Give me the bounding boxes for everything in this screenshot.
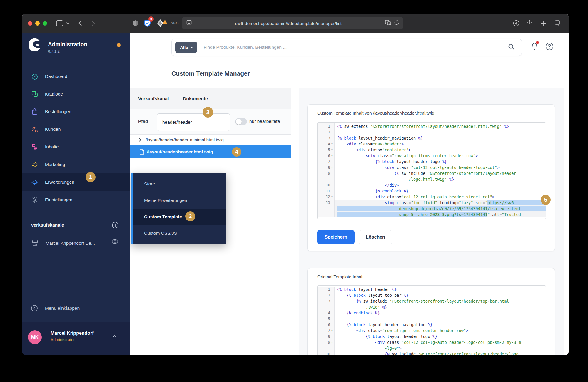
sidebar-item-marketing[interactable]: Marketing — [22, 156, 130, 173]
custom-template-line-7[interactable]: 7 {% block layout_header_logo %} — [318, 159, 546, 165]
code-text[interactable]: {% sw_extends '@Storefront/storefront/la… — [335, 123, 546, 129]
original-template-line-6[interactable]: 6 {% block layout_header_navigation %} — [318, 322, 546, 328]
translate-icon[interactable] — [385, 20, 391, 26]
template-file-collapsed[interactable]: /layout/header/header-minimal.html.twig — [130, 135, 291, 145]
custom-template-line-1[interactable]: 1{% sw_extends '@Storefront/storefront/l… — [318, 123, 546, 129]
url-bar[interactable]: sw6-demoshop.de/admin#/dne/template/mana… — [182, 17, 403, 29]
code-text[interactable]: <div class="col-12 col-lg-auto header-lo… — [335, 165, 546, 170]
new-tab-icon[interactable] — [541, 19, 546, 28]
sidebar-chevron-down-icon[interactable] — [66, 19, 70, 28]
fold-arrow-icon[interactable]: ▾ — [330, 165, 334, 170]
fold-arrow-icon[interactable]: ▾ — [330, 141, 334, 147]
custom-template-line-13[interactable]: 13 <img class="img-fluid" loading="lazy"… — [318, 200, 546, 217]
code-text[interactable]: <div class="row align-items-center heade… — [335, 153, 546, 159]
custom-template-line-3[interactable]: 3{% block layout_header_navigation %} — [318, 135, 546, 141]
code-text[interactable]: <div class="col-12 col-lg-auto header-lo… — [335, 339, 546, 351]
search-placeholder[interactable]: Finde Produkte, Kunden, Bestellungen ... — [204, 45, 508, 50]
fold-arrow-icon[interactable]: ▾ — [330, 147, 334, 153]
code-text[interactable]: <div class="row align-items-center heade… — [335, 328, 546, 334]
tab-overview-icon[interactable] — [554, 19, 560, 28]
code-text[interactable]: {% endblock %} — [335, 188, 546, 194]
custom-template-line-2[interactable]: 2 — [318, 129, 546, 135]
code-text[interactable]: {% sw_include '@Storefront/storefront/la… — [335, 170, 546, 182]
seo-extension-icon[interactable]: SEO — [171, 19, 179, 28]
custom-template-line-5[interactable]: 5▾ <div class="container"> — [318, 147, 546, 153]
delete-button[interactable]: Löschen — [359, 230, 392, 244]
code-text[interactable]: {% block layout_top_bar %} — [335, 292, 546, 298]
add-sales-channel-icon[interactable] — [112, 222, 119, 230]
custom-template-code-editor[interactable]: 1{% sw_extends '@Storefront/storefront/l… — [317, 122, 546, 219]
sidebar-item-kunden[interactable]: Kunden — [22, 120, 130, 138]
user-footer[interactable]: MK Marcel Krippendorf Administrator — [22, 322, 130, 355]
original-template-line-9[interactable]: 9▾ <div class="col-12 col-lg-auto header… — [318, 339, 546, 351]
code-text[interactable] — [335, 316, 546, 322]
help-icon[interactable] — [545, 42, 554, 52]
original-template-line-3[interactable]: 3 {% sw_include '@Storefront/storefront/… — [318, 298, 546, 310]
code-text[interactable]: {% block layout_header %} — [335, 286, 546, 292]
sidebar-item-inhalte[interactable]: Inhalte — [22, 138, 130, 156]
edited-only-toggle[interactable] — [235, 118, 247, 125]
sidebar-item-erweiterungen[interactable]: Erweiterungen — [22, 173, 130, 191]
code-text[interactable]: {% endblock %} — [335, 310, 546, 316]
share-icon[interactable] — [527, 19, 532, 28]
code-text[interactable]: <div class="container"> — [335, 147, 546, 153]
scroll-gutter[interactable] — [564, 88, 569, 355]
sidebar-item-kataloge[interactable]: Kataloge — [22, 85, 130, 103]
custom-template-line-4[interactable]: 4▾ <div class="nav-header"> — [318, 141, 546, 147]
notification-bell-icon[interactable] — [531, 42, 538, 52]
custom-template-line-11[interactable]: 11 {% endblock %} — [318, 188, 546, 194]
zoom-window-button[interactable] — [43, 21, 47, 26]
original-template-line-8[interactable]: 8 {% block layout_header_logo %} — [318, 334, 546, 339]
save-button[interactable]: Speichern — [317, 230, 355, 244]
downloads-icon[interactable] — [513, 19, 519, 28]
original-template-line-10[interactable]: 10 {% sw_include '@Storefront/storefront… — [318, 351, 546, 355]
reload-icon[interactable] — [394, 20, 399, 26]
original-template-line-7[interactable]: 7▾ <div class="row align-items-center he… — [318, 328, 546, 334]
original-template-line-1[interactable]: 1{% block layout_header %} — [318, 286, 546, 292]
original-template-line-4[interactable]: 4 {% endblock %} — [318, 310, 546, 316]
path-input[interactable]: header/header — [157, 113, 230, 131]
close-window-button[interactable] — [28, 21, 32, 26]
flyout-item-custom-css-js[interactable]: Custom CSS/JS — [133, 225, 226, 242]
custom-template-line-10[interactable]: 10 </div> — [318, 182, 546, 188]
custom-template-line-9[interactable]: 9 {% sw_include '@Storefront/storefront/… — [318, 170, 546, 182]
original-template-line-2[interactable]: 2 {% block layout_top_bar %} — [318, 292, 546, 298]
template-file-selected[interactable]: /layout/header/header.html.twig — [130, 145, 291, 158]
code-text[interactable]: <div class="nav-header"> — [335, 141, 546, 147]
sidebar-item-dashboard[interactable]: Dashboard — [22, 68, 130, 85]
fold-arrow-icon[interactable]: ▾ — [330, 328, 334, 334]
sidebar-toggle-icon[interactable] — [56, 19, 63, 28]
global-search[interactable]: Alle Finde Produkte, Kunden, Bestellunge… — [171, 39, 522, 56]
fold-arrow-icon[interactable]: ▾ — [330, 194, 334, 200]
shield-extension-icon[interactable] — [133, 19, 138, 28]
tab-dokumente[interactable]: Dokumente — [183, 96, 208, 101]
code-text[interactable] — [335, 129, 546, 135]
fold-arrow-icon[interactable]: ▾ — [330, 339, 334, 351]
code-text[interactable]: <div class="col-12 col-lg-auto header-si… — [335, 194, 546, 200]
sidebar-item-bestellungen[interactable]: Bestellungen — [22, 103, 130, 120]
search-icon[interactable] — [508, 43, 514, 51]
code-text[interactable]: {% block layout_header_logo %} — [335, 334, 546, 339]
flyout-item-meine-erweiterungen[interactable]: Meine Erweiterungen — [133, 192, 226, 209]
custom-template-line-8[interactable]: 8▾ <div class="col-12 col-lg-auto header… — [318, 165, 546, 170]
flyout-item-store[interactable]: Store — [133, 176, 226, 192]
fold-arrow-icon[interactable]: ▾ — [330, 153, 334, 159]
code-text[interactable]: {% sw_include '@Storefront/storefront/la… — [335, 351, 546, 355]
url-text[interactable]: sw6-demoshop.de/admin#/dne/template/mana… — [192, 21, 385, 26]
code-text[interactable]: <img class="img-fluid" loading="lazy" sr… — [335, 200, 546, 217]
search-scope-dropdown[interactable]: Alle — [175, 42, 197, 53]
back-button[interactable] — [78, 19, 82, 28]
custom-template-line-12[interactable]: 12▾ <div class="col-12 col-lg-auto heade… — [318, 194, 546, 200]
sidebar-item-einstellungen[interactable]: Einstellungen — [22, 191, 130, 209]
custom-template-line-6[interactable]: 6▾ <div class="row align-items-center he… — [318, 153, 546, 159]
original-template-line-5[interactable]: 5 — [318, 316, 546, 322]
forward-button[interactable] — [91, 19, 95, 28]
code-text[interactable]: {% block layout_header_logo %} — [335, 159, 546, 165]
collapse-menu-button[interactable]: Menü einklappen — [31, 305, 80, 312]
tab-verkaufskanal[interactable]: Verkaufskanal — [138, 96, 169, 101]
code-text[interactable]: {% sw_include '@Storefront/storefront/la… — [335, 298, 546, 310]
reader-view-icon[interactable] — [186, 20, 192, 26]
code-text[interactable]: {% block layout_header_navigation %} — [335, 135, 546, 141]
code-text[interactable]: {% block layout_header_navigation %} — [335, 322, 546, 328]
code-text[interactable]: </div> — [335, 182, 546, 188]
